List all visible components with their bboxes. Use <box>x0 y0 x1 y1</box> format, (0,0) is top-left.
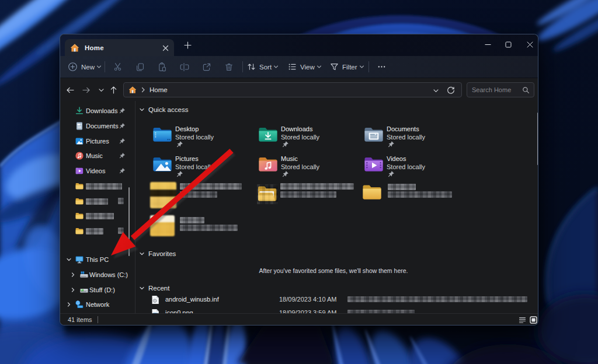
new-button[interactable]: New <box>68 56 102 78</box>
filter-button-label: Filter <box>342 64 357 71</box>
sidebar-item-pictures[interactable]: Pictures <box>60 134 135 148</box>
tab-close-icon[interactable] <box>161 43 170 52</box>
back-button[interactable] <box>63 83 77 97</box>
search-icon[interactable] <box>522 86 530 94</box>
folder-icon <box>362 183 382 201</box>
tile-videos[interactable]: Videos Stored locally <box>364 156 466 184</box>
close-button[interactable] <box>521 36 538 52</box>
sidebar-item-windows-c[interactable]: Windows (C:) <box>60 268 135 282</box>
network-icon <box>75 300 84 309</box>
copy-button[interactable] <box>130 56 150 78</box>
new-tab-button[interactable] <box>180 38 194 52</box>
drive-icon <box>79 285 89 295</box>
music-icon <box>75 151 84 160</box>
sidebar-item-network[interactable]: Network <box>60 298 135 312</box>
chevron-collapsed-icon[interactable] <box>65 301 72 308</box>
filter-button[interactable]: Filter <box>330 56 364 78</box>
sidebar-item-redacted-folder[interactable] <box>60 194 135 208</box>
sidebar-item-label: Stuff (D:) <box>89 286 115 293</box>
redacted-name <box>388 184 416 190</box>
address-dropdown-icon[interactable] <box>431 86 440 95</box>
downloads-icon <box>75 106 84 116</box>
sidebar-item-this-pc[interactable]: This PC <box>60 253 135 267</box>
chevron-down-icon <box>317 64 322 69</box>
chevron-collapsed-icon[interactable] <box>69 271 77 278</box>
section-header-recent[interactable]: Recent <box>139 284 169 293</box>
copy-icon <box>135 62 145 72</box>
tab-home[interactable]: Home <box>65 39 174 56</box>
tile-documents[interactable]: Documents Stored locally <box>364 126 466 154</box>
cut-button[interactable] <box>108 56 128 78</box>
view-button[interactable]: View <box>288 56 322 78</box>
paste-button[interactable] <box>152 56 172 78</box>
search-box[interactable] <box>467 82 534 97</box>
tile-redacted[interactable] <box>256 182 358 210</box>
chevron-expanded-icon <box>139 251 145 257</box>
pin-icon <box>281 141 289 148</box>
redacted-pin <box>118 228 124 234</box>
sidebar-item-music[interactable]: Music <box>60 149 135 163</box>
section-header-quick-access[interactable]: Quick access <box>139 105 188 114</box>
pin-icon <box>119 167 126 174</box>
tile-desktop[interactable]: Desktop Stored locally <box>152 126 255 154</box>
folder-icon <box>75 211 84 220</box>
toolbar-separator <box>368 61 369 72</box>
tile-redacted[interactable] <box>150 215 252 243</box>
redacted-label <box>86 198 108 205</box>
sidebar-scrollbar[interactable] <box>128 187 130 256</box>
videos-folder-icon <box>364 156 384 173</box>
details-view-button[interactable] <box>518 316 526 324</box>
music-folder-icon <box>258 156 278 173</box>
tile-pictures[interactable]: Pictures Stored locally <box>152 156 255 184</box>
toolbar-separator <box>105 61 105 72</box>
redacted-pin <box>118 198 124 204</box>
sidebar-item-stuff-d[interactable]: Stuff (D:) <box>60 283 135 297</box>
search-input[interactable] <box>472 83 522 96</box>
pin-icon <box>119 107 126 114</box>
tile-redacted[interactable] <box>362 182 464 210</box>
tile-redacted[interactable] <box>150 182 252 210</box>
status-bar: 41 items <box>60 313 538 325</box>
sidebar-item-videos[interactable]: Videos <box>60 164 135 178</box>
documents-icon <box>75 121 84 131</box>
maximize-button[interactable] <box>499 36 517 52</box>
pictures-icon <box>75 136 84 146</box>
delete-button[interactable] <box>219 56 239 78</box>
tile-name: Desktop <box>175 125 199 132</box>
forward-button[interactable] <box>79 83 93 97</box>
title-bar[interactable]: Home <box>60 34 538 56</box>
sidebar-item-label: Windows (C:) <box>89 271 128 278</box>
tile-downloads[interactable]: Downloads Stored locally <box>258 126 360 154</box>
section-header-favorites[interactable]: Favorites <box>139 249 176 258</box>
main-area: Downloads Documents <box>60 101 538 313</box>
sidebar-item-downloads[interactable]: Downloads <box>60 104 135 118</box>
minimize-button[interactable] <box>479 36 496 52</box>
breadcrumb-item[interactable]: Home <box>150 86 168 93</box>
sidebar-item-redacted-folder[interactable] <box>60 179 135 193</box>
tile-music[interactable]: Music Stored locally <box>258 156 360 184</box>
up-button[interactable] <box>106 83 120 97</box>
recent-file-row[interactable]: icon0.png 18/09/2023 3:59 AM <box>136 309 531 313</box>
redacted-subtitle <box>180 225 238 231</box>
sidebar-item-label: Music <box>86 152 103 159</box>
sidebar-item-redacted-folder[interactable] <box>60 209 135 223</box>
address-bar[interactable]: Home <box>123 82 462 97</box>
redacted-subtitle <box>280 191 336 198</box>
recent-file-row[interactable]: android_winusb.inf 18/09/2023 4:10 AM <box>136 295 531 304</box>
breadcrumb-home-icon[interactable] <box>128 86 137 94</box>
chevron-expanded-icon[interactable] <box>65 256 72 263</box>
sidebar-item-documents[interactable]: Documents <box>60 119 135 133</box>
redacted-label <box>86 228 103 235</box>
more-options-button[interactable] <box>373 56 390 78</box>
content-scrollbar[interactable] <box>537 113 538 165</box>
pin-icon <box>176 170 183 178</box>
chevron-down-icon <box>98 87 105 93</box>
sort-button[interactable]: Sort <box>247 56 279 78</box>
sidebar-item-redacted-folder[interactable] <box>60 224 135 238</box>
sidebar-item-label: Pictures <box>86 138 109 145</box>
chevron-collapsed-icon[interactable] <box>69 286 77 293</box>
share-button[interactable] <box>197 56 217 78</box>
refresh-icon[interactable] <box>446 86 456 95</box>
rename-button[interactable] <box>175 56 194 78</box>
large-thumbnails-view-button[interactable] <box>529 316 537 324</box>
